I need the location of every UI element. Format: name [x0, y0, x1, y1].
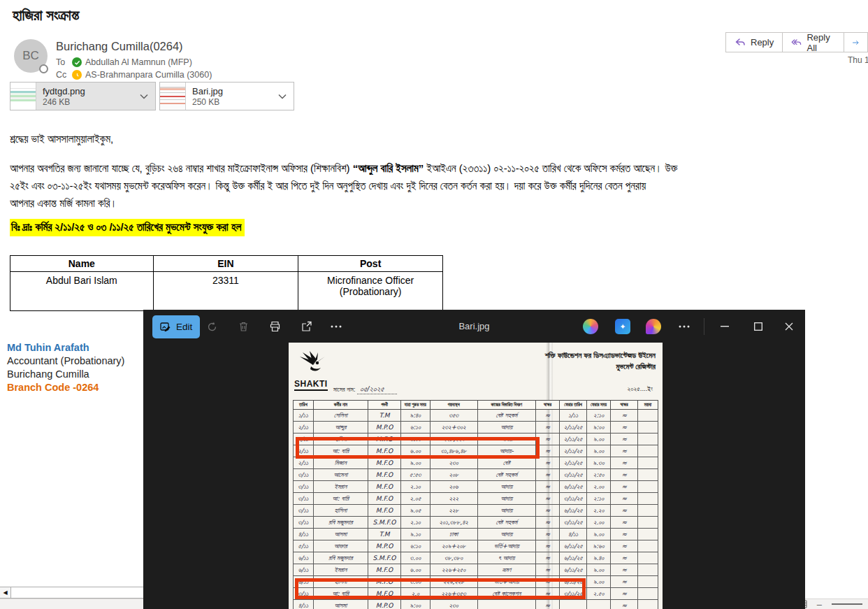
register-cell: ≈	[536, 457, 560, 469]
chevron-down-icon[interactable]	[271, 94, 294, 99]
register-cell: ৩.০০	[400, 552, 430, 564]
register-cell: রবি মজুমদার	[313, 552, 368, 564]
cc-recipient[interactable]: AS-Brahmanpara Cumilla (3060)	[85, 70, 212, 80]
register-cell: ২/১১/২৫	[560, 422, 587, 434]
register-month: মাসের নাম: ০৫/২০২৫	[333, 385, 397, 394]
register-cell: আমেনা	[313, 469, 368, 481]
register-cell: ৪/১১	[560, 529, 587, 540]
register-cell: ৯.৪০	[587, 552, 611, 564]
presence-indicator-icon	[39, 64, 48, 73]
register-cell: M.F.O	[368, 481, 401, 493]
scrollbar-track[interactable]	[11, 587, 143, 598]
register-cell: T.M	[368, 529, 401, 540]
register-cell: ৬/১১/২৫	[560, 564, 587, 576]
status-bar-right: –	[799, 599, 862, 609]
cc-row: Cc AS-Brahmanpara Cumilla (3060)	[56, 70, 212, 80]
maximize-icon[interactable]	[742, 310, 774, 343]
register-row: ৪/১১আসমাM.P.O৯:০০২৩০≈≈	[294, 600, 658, 609]
minimize-icon[interactable]	[709, 310, 741, 343]
chevron-down-icon[interactable]	[133, 94, 155, 99]
register-cell: ৩৫৩	[430, 410, 477, 422]
employee-table-header-row: Name EIN Post	[10, 256, 443, 272]
scanned-register-photo: SHAKTI মাসের নাম: ০৫/২০২৫ শক্তি ফাউন্ডেশ…	[289, 343, 663, 609]
register-cell	[638, 445, 658, 457]
register-cell: ≈	[611, 588, 638, 600]
body-paragraph-line1: আপনার অবগতির জন্য জানানো যাচ্ছে যে, বুড়…	[10, 162, 868, 175]
designer-icon[interactable]	[646, 319, 661, 334]
attachment-size: 250 KB	[192, 97, 271, 107]
employee-table: Name EIN Post Abdul Bari Islam 23311 Mic…	[10, 255, 443, 311]
register-cell: ≈	[536, 469, 560, 481]
horizontal-scrollbar[interactable]: ◀	[0, 587, 143, 599]
register-cell: ৩/১১	[294, 505, 314, 517]
reply-toolbar: Reply Reply All	[725, 32, 868, 52]
register-cell: ৬:১০	[400, 422, 430, 434]
register-cell: রবি মজুমদার	[313, 517, 368, 529]
register-cell: ≈	[536, 505, 560, 517]
register-cell	[638, 540, 658, 552]
register-cell: ≈	[536, 481, 560, 493]
reply-all-button-label: Reply All	[806, 32, 835, 53]
reply-button[interactable]: Reply	[725, 32, 783, 52]
copilot-icon[interactable]	[583, 319, 598, 334]
to-recipient[interactable]: Abdullah Al Mamnun (MFP)	[85, 57, 192, 67]
register-cell: ≈	[536, 540, 560, 552]
register-cell: আদায়	[477, 505, 536, 517]
close-icon[interactable]	[773, 310, 805, 343]
register-row: ২/১১আব্দুরM.P.O৬:১০২৩২+৩০২আদায়≈২/১১/২৫৯…	[294, 422, 658, 434]
forward-button[interactable]	[844, 32, 868, 52]
to-row: To Abdullah Al Mamnun (MFP)	[56, 57, 192, 67]
attachment-name: Bari.jpg	[192, 86, 271, 96]
reply-arrow-icon	[735, 38, 746, 48]
more-icon[interactable]	[674, 317, 694, 336]
register-cell: ≈	[536, 410, 560, 422]
register-column-header: যাত্রা শুরুর সময়	[400, 401, 430, 410]
register-cell: ≈	[536, 493, 560, 505]
register-cell: ৬/১১/২৫	[560, 481, 587, 493]
email-subject: হাজিরা সংক্রান্ত	[13, 7, 79, 24]
register-org-line1: শক্তি ফাউন্ডেশন ফর ডিসএ্যাডভান্টেজড উইমে…	[432, 351, 656, 360]
register-cell: ২.০০	[587, 517, 611, 529]
register-cell: ৎ আদায়	[477, 552, 536, 564]
register-cell: ৩/১১/২৫	[560, 469, 587, 481]
zoom-slider[interactable]	[832, 603, 862, 605]
register-cell: ৯:০০	[400, 600, 430, 609]
register-cell: ভর্তি+আদায়	[477, 540, 536, 552]
register-cell: ৩/১১	[294, 481, 314, 493]
reply-all-button[interactable]: Reply All	[783, 32, 844, 52]
register-cell: ≈	[536, 517, 560, 529]
avatar-initials: BC	[22, 49, 39, 63]
message-date: Thu 1	[848, 55, 868, 65]
register-cell: M.P.O	[368, 600, 401, 609]
to-label: To	[56, 57, 68, 67]
register-column-header: স্বাক্ষর	[536, 401, 560, 410]
register-cell	[638, 552, 658, 564]
register-cell: আদায়	[477, 481, 536, 493]
register-cell: M.F.O	[368, 505, 401, 517]
register-cell	[638, 434, 658, 445]
register-year: ২০২৫....ইং	[627, 385, 653, 393]
register-cell: S.M.F.O	[368, 552, 401, 564]
attachment-name: fydtgd.png	[43, 86, 133, 96]
register-cell: ৪/১১	[294, 600, 314, 609]
attachment-chip[interactable]: Bari.jpg 250 KB	[159, 82, 294, 110]
attachment-chip[interactable]: fydtgd.png 246 KB	[10, 82, 156, 110]
photo-viewer-toolbar: Edit Bari.jpg ✦	[143, 310, 805, 343]
zoom-out-icon[interactable]: –	[817, 599, 822, 609]
register-cell: ৯.০০	[587, 445, 611, 457]
register-cell: ≈	[611, 540, 638, 552]
register-cell	[587, 600, 611, 609]
register-cell: ≈	[611, 422, 638, 434]
register-cell: ২২২	[430, 493, 477, 505]
register-cell: বেষ্ট সহকর্ম	[477, 410, 536, 422]
column-header-post: Post	[298, 256, 443, 272]
register-cell: ≈	[611, 469, 638, 481]
register-cell	[638, 493, 658, 505]
scroll-left-arrow-icon[interactable]: ◀	[0, 587, 11, 598]
signature-branch-code: Branch Code -0264	[7, 381, 124, 394]
register-cell: সেলিনা	[313, 410, 368, 422]
sender-name[interactable]: Burichang Cumilla(0264)	[56, 40, 183, 53]
register-row: ৫/১১আক্তারM.P.O৬:১০২০৯+২০৮ভর্তি+আদায়≈৬/…	[294, 540, 658, 552]
register-cell: আ: বারি	[313, 493, 368, 505]
photos-ai-icon[interactable]: ✦	[615, 319, 630, 334]
